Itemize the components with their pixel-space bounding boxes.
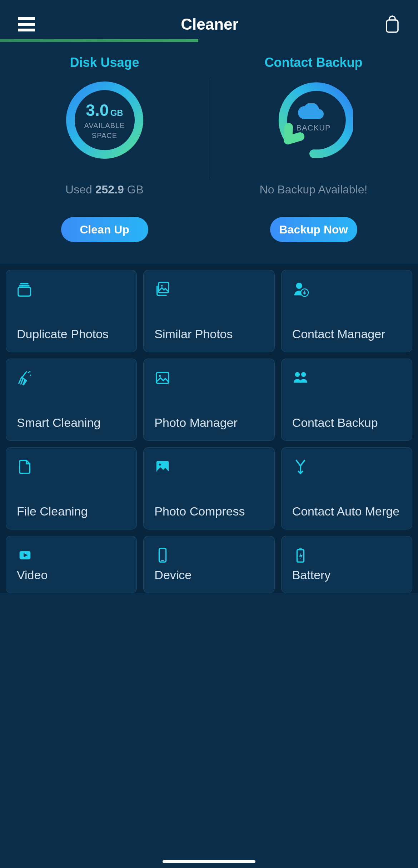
tool-label: Device <box>154 568 263 582</box>
overview-section: Disk Usage 3.0 GB AVAILABLE SPACE <box>0 46 418 242</box>
tool-tile-similar-photos[interactable]: Similar Photos <box>143 270 274 352</box>
tool-tile-contact-auto-merge[interactable]: Contact Auto Merge <box>281 447 412 529</box>
stacked-photos-icon <box>17 281 33 297</box>
svg-point-12 <box>295 372 299 377</box>
photo-icon <box>154 370 171 386</box>
svg-point-15 <box>159 463 161 465</box>
tool-tile-photo-manager[interactable]: Photo Manager <box>143 359 274 441</box>
svg-rect-10 <box>156 373 169 384</box>
tool-tile-smart-cleaning[interactable]: Smart Cleaning <box>6 359 137 441</box>
tool-tile-duplicate-photos[interactable]: Duplicate Photos <box>6 270 137 352</box>
tool-tile-video[interactable]: Video <box>6 536 137 593</box>
loading-progress <box>0 39 198 42</box>
tool-label: Photo Manager <box>154 416 263 430</box>
photo-stack-icon <box>154 281 171 297</box>
tool-label: File Cleaning <box>17 504 126 518</box>
svg-point-11 <box>159 375 161 377</box>
merge-icon <box>292 458 309 475</box>
used-space-label: Used 252.9 GB <box>65 183 144 196</box>
tool-label: Contact Backup <box>292 416 401 430</box>
backup-now-button[interactable]: Backup Now <box>270 217 357 242</box>
svg-rect-17 <box>159 548 166 562</box>
tool-tile-battery[interactable]: Battery <box>281 536 412 593</box>
svg-point-6 <box>296 283 302 289</box>
svg-point-9 <box>30 374 31 376</box>
svg-rect-2 <box>19 285 30 287</box>
svg-rect-1 <box>20 283 29 285</box>
tools-section: Duplicate PhotosSimilar PhotosContact Ma… <box>0 264 418 593</box>
tool-label: Similar Photos <box>154 327 263 341</box>
contact-backup-title: Contact Backup <box>264 55 362 70</box>
tool-label: Contact Auto Merge <box>292 504 401 518</box>
tool-label: Video <box>17 568 126 582</box>
svg-point-0 <box>70 86 139 154</box>
people-icon <box>292 370 309 386</box>
photo-fill-icon <box>154 458 171 475</box>
tool-tile-file-cleaning[interactable]: File Cleaning <box>6 447 137 529</box>
page-title: Cleaner <box>181 15 238 33</box>
tool-label: Contact Manager <box>292 327 401 341</box>
used-prefix: Used <box>65 183 95 196</box>
backup-ring[interactable]: BACKUP <box>274 81 353 159</box>
disk-usage-ring[interactable]: 3.0 GB AVAILABLE SPACE <box>65 81 144 159</box>
disk-usage-title: Disk Usage <box>70 55 139 70</box>
disk-usage-panel: Disk Usage 3.0 GB AVAILABLE SPACE <box>0 55 209 242</box>
tool-label: Battery <box>292 568 401 582</box>
svg-rect-20 <box>299 548 302 550</box>
tool-tile-contact-manager[interactable]: Contact Manager <box>281 270 412 352</box>
tool-label: Smart Cleaning <box>17 416 126 430</box>
video-icon <box>17 547 33 563</box>
tool-tile-contact-backup[interactable]: Contact Backup <box>281 359 412 441</box>
tool-label: Duplicate Photos <box>17 327 126 341</box>
home-indicator[interactable] <box>163 860 255 863</box>
shop-icon[interactable] <box>384 15 400 34</box>
used-suffix: GB <box>124 183 144 196</box>
person-down-icon <box>292 281 309 297</box>
svg-rect-3 <box>18 287 30 296</box>
battery-icon <box>292 547 309 563</box>
svg-point-8 <box>28 372 29 373</box>
broom-icon <box>17 370 33 386</box>
menu-icon[interactable] <box>18 17 35 31</box>
device-icon <box>154 547 171 563</box>
used-value: 252.9 <box>95 183 124 196</box>
file-icon <box>17 458 33 475</box>
tool-tile-photo-compress[interactable]: Photo Compress <box>143 447 274 529</box>
tool-label: Photo Compress <box>154 504 263 518</box>
contact-backup-panel: Contact Backup BACKUP No <box>209 55 418 242</box>
svg-point-13 <box>301 372 306 377</box>
backup-status: No Backup Available! <box>260 183 368 196</box>
clean-up-button[interactable]: Clean Up <box>61 217 148 242</box>
svg-point-5 <box>161 285 163 287</box>
tool-tile-device[interactable]: Device <box>143 536 274 593</box>
